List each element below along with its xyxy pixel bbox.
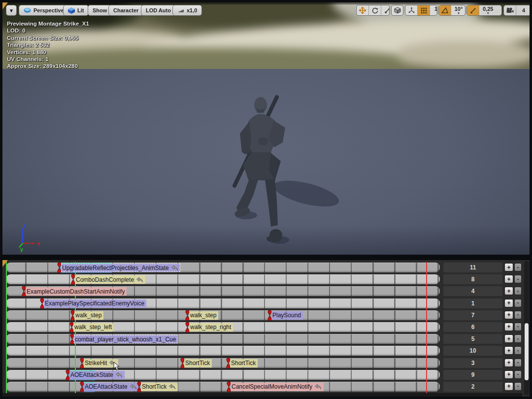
- vertical-scrollbar[interactable]: [524, 261, 529, 395]
- add-notify-track-button[interactable]: +: [504, 311, 513, 319]
- remove-notify-track-button[interactable]: -: [514, 359, 522, 367]
- rotation-snap-value[interactable]: 10° ▾: [451, 5, 466, 15]
- notify-track[interactable]: AOEAttackState: [6, 370, 440, 380]
- notify-track[interactable]: combat_player_stick_whoosh_x1_Cue: [6, 334, 440, 344]
- svg-text:x: x: [37, 240, 40, 246]
- perspective-icon: [24, 7, 31, 13]
- notify-track[interactable]: StrikeHitShortTickShortTick: [6, 358, 440, 368]
- scale-snap-group: 0,25 ▾: [466, 5, 502, 16]
- surface-snap-button[interactable]: [405, 5, 418, 15]
- playback-speed-button[interactable]: x1,0: [172, 5, 202, 16]
- coordinate-system-group: [391, 5, 403, 16]
- lit-mode-button[interactable]: Lit: [63, 5, 89, 16]
- show-label: Show: [93, 7, 107, 13]
- remove-notify-track-button[interactable]: -: [514, 287, 522, 295]
- add-notify-track-button[interactable]: +: [504, 370, 513, 379]
- character-mesh: [212, 86, 350, 254]
- notify-label: walk_step: [74, 311, 103, 320]
- panel-divider[interactable]: [2, 255, 530, 260]
- camera-speed-button[interactable]: [504, 5, 516, 15]
- remove-notify-track-button[interactable]: -: [514, 323, 522, 331]
- svg-text:y: y: [20, 246, 24, 252]
- speed-label: x1,0: [187, 7, 197, 13]
- lod-auto-button[interactable]: LOD Auto: [141, 5, 176, 16]
- speed-icon: [177, 8, 184, 13]
- notify-event[interactable]: AOEAttackState: [79, 382, 139, 392]
- rotate-icon: [372, 7, 378, 14]
- notify-event[interactable]: ShortTick: [226, 358, 258, 368]
- notify-track[interactable]: ExampleCustomDashStartAnimNotify: [6, 286, 440, 296]
- add-notify-track-button[interactable]: +: [504, 263, 513, 271]
- scale-tool-button[interactable]: [381, 5, 390, 15]
- link-anchor-icon: [314, 384, 322, 390]
- character-menu-button[interactable]: Character: [108, 5, 143, 16]
- camera-speed-value[interactable]: 4: [516, 5, 530, 15]
- notify-track[interactable]: AOEAttackStateShortTickCancelSpecialMove…: [6, 382, 440, 392]
- notify-event[interactable]: ExamplePlaySpecificatedEnemyVoice: [39, 299, 146, 309]
- add-notify-track-button[interactable]: +: [504, 382, 513, 391]
- axis-gizmo: z x y: [16, 222, 46, 252]
- coordinate-system-button[interactable]: [392, 5, 403, 15]
- rotation-snap-group: 10° ▾: [438, 5, 466, 16]
- viewport-3d[interactable]: z x y ▾ Perspective Lit Show Character: [2, 2, 530, 255]
- notify-track[interactable]: ExamplePlaySpecificatedEnemyVoice: [6, 299, 440, 308]
- remove-notify-track-button[interactable]: -: [514, 370, 522, 379]
- perspective-button[interactable]: Perspective: [19, 5, 69, 16]
- remove-notify-track-button[interactable]: -: [514, 299, 522, 307]
- notify-event[interactable]: walk_step_right: [185, 322, 233, 332]
- remove-notify-track-button[interactable]: -: [514, 346, 522, 355]
- add-notify-track-button[interactable]: +: [504, 334, 513, 343]
- remove-notify-track-button[interactable]: -: [514, 382, 522, 391]
- scrollbar-thumb[interactable]: [525, 323, 529, 380]
- move-tool-button[interactable]: [357, 5, 369, 15]
- rotate-tool-button[interactable]: [369, 5, 381, 15]
- notify-event[interactable]: walk_step: [185, 310, 218, 321]
- notify-event[interactable]: combat_player_stick_whoosh_x1_Cue: [69, 334, 178, 344]
- remove-notify-track-button[interactable]: -: [514, 275, 522, 283]
- track-number: 3: [443, 358, 502, 368]
- link-anchor-icon: [168, 384, 176, 390]
- scale-snap-value[interactable]: 0,25 ▾: [479, 5, 497, 15]
- notify-track[interactable]: walk_stepwalk_stepPlaySound: [6, 310, 440, 320]
- notify-event[interactable]: CancelSpecialMoveAnimNotify: [226, 382, 324, 392]
- notify-label: ExampleCustomDashStartAnimNotify: [26, 287, 127, 296]
- add-notify-track-button[interactable]: +: [504, 275, 513, 283]
- vertices-text: Vertices: 1 880: [7, 49, 89, 56]
- notify-tracks-panel: UpgradableReflectProjectiles_AnimState 1…: [2, 260, 530, 397]
- notify-event[interactable]: walk_step: [70, 310, 103, 321]
- notify-event[interactable]: walk_step_left: [69, 322, 114, 332]
- notify-label: AOEAttackState: [69, 371, 125, 379]
- approx-size-text: Approx Size: 289x104x280: [7, 63, 89, 69]
- add-notify-track-button[interactable]: +: [504, 323, 513, 331]
- notify-event[interactable]: ComboDashComplete: [70, 274, 145, 285]
- add-notify-track-button[interactable]: +: [504, 359, 513, 367]
- notify-track[interactable]: walk_step_leftwalk_step_right: [6, 322, 440, 332]
- notify-track[interactable]: ComboDashComplete: [6, 274, 440, 284]
- notify-label: walk_step: [189, 311, 218, 320]
- remove-notify-track-button[interactable]: -: [514, 334, 522, 343]
- grid-snap-toggle[interactable]: [418, 5, 430, 15]
- notify-event[interactable]: PlaySound: [267, 310, 303, 321]
- remove-notify-track-button[interactable]: -: [514, 311, 522, 319]
- surface-snap-icon: [408, 7, 415, 14]
- viewport-options-dropdown[interactable]: ▾: [6, 5, 17, 16]
- add-notify-track-button[interactable]: +: [504, 299, 513, 307]
- notify-label: ShortTick: [230, 359, 258, 367]
- add-notify-track-button[interactable]: +: [504, 346, 513, 355]
- add-notify-track-button[interactable]: +: [504, 287, 513, 295]
- montage-end-line[interactable]: [426, 262, 427, 393]
- notify-event[interactable]: AOEAttackState: [65, 370, 125, 380]
- camera-icon: [506, 7, 514, 13]
- notify-event[interactable]: StrikeHit: [79, 358, 118, 368]
- remove-notify-track-button[interactable]: -: [514, 263, 522, 271]
- uv-channels-text: UV Channels: 1: [7, 56, 89, 63]
- notify-event[interactable]: ShortTick: [180, 358, 212, 368]
- notify-track[interactable]: UpgradableReflectProjectiles_AnimState: [6, 263, 440, 272]
- rotation-snap-toggle[interactable]: [439, 5, 451, 15]
- notify-event[interactable]: UpgradableReflectProjectiles_AnimState: [57, 263, 180, 273]
- notify-event[interactable]: ShortTick: [136, 382, 178, 392]
- notify-track[interactable]: [6, 346, 440, 356]
- notify-event[interactable]: ExampleCustomDashStartAnimNotify: [21, 286, 127, 297]
- scale-snap-toggle[interactable]: [467, 5, 479, 15]
- grid-snap-value[interactable]: 10 ▾: [430, 5, 437, 15]
